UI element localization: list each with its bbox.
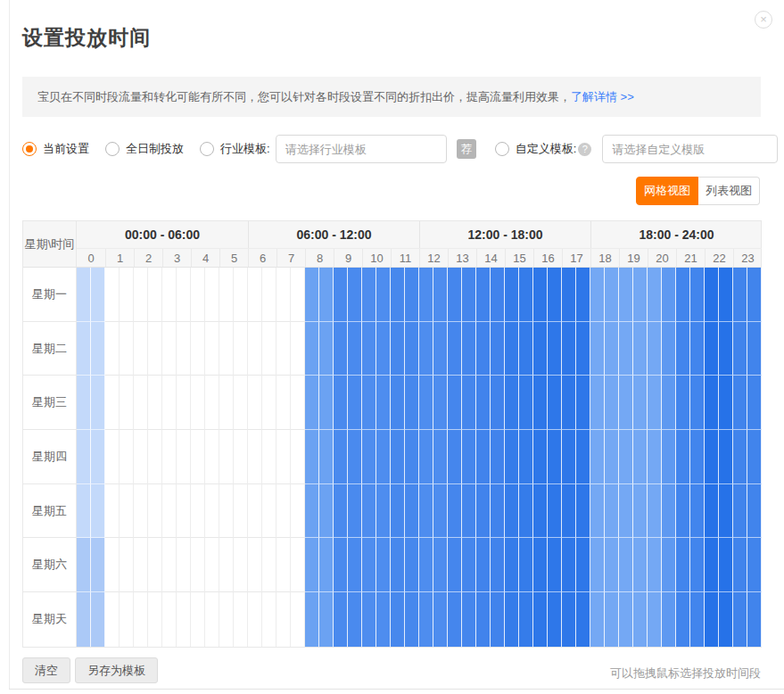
clear-button[interactable]: 清空 [22,657,70,683]
time-slot-cell[interactable] [134,322,148,376]
radio-option-custom-template[interactable]: 自定义模板: [495,141,577,157]
time-slot-cell[interactable] [433,322,448,376]
time-slot-cell[interactable] [162,592,177,647]
time-slot-cell[interactable] [205,538,219,592]
time-slot-cell[interactable] [533,430,548,484]
time-slot-cell[interactable] [177,376,191,430]
time-slot-cell[interactable] [162,430,177,484]
time-slot-cell[interactable] [134,430,148,484]
time-slot-cell[interactable] [291,268,305,322]
time-slot-cell[interactable] [91,484,105,539]
time-slot-cell[interactable] [662,268,676,322]
time-slot-cell[interactable] [662,484,676,539]
time-slot-cell[interactable] [248,268,262,322]
time-slot-cell[interactable] [719,592,733,647]
time-slot-cell[interactable] [262,430,276,484]
time-slot-cell[interactable] [162,484,177,539]
time-slot-cell[interactable] [605,322,619,376]
time-slot-cell[interactable] [276,430,291,484]
time-slot-cell[interactable] [476,268,491,322]
time-slot-cell[interactable] [162,376,177,430]
grid-view-button[interactable]: 网格视图 [636,177,698,205]
time-slot-cell[interactable] [576,484,590,539]
time-slot-cell[interactable] [120,592,134,647]
time-slot-cell[interactable] [719,322,733,376]
time-slot-cell[interactable] [505,430,519,484]
time-slot-cell[interactable] [262,322,276,376]
time-slot-cell[interactable] [590,430,605,484]
time-slot-cell[interactable] [248,592,262,647]
time-slot-cell[interactable] [747,430,762,484]
time-slot-cell[interactable] [690,430,705,484]
time-slot-cell[interactable] [376,484,391,539]
time-slot-cell[interactable] [391,484,405,539]
time-slot-cell[interactable] [633,376,648,430]
time-slot-cell[interactable] [705,484,719,539]
time-slot-cell[interactable] [676,430,690,484]
time-slot-cell[interactable] [505,376,519,430]
time-slot-cell[interactable] [191,376,205,430]
time-slot-cell[interactable] [334,484,348,539]
time-slot-cell[interactable] [148,322,162,376]
time-slot-cell[interactable] [105,484,120,539]
time-slot-cell[interactable] [633,484,648,539]
radio-option-current-settings[interactable]: 当前设置 [22,141,89,157]
time-slot-cell[interactable] [448,430,462,484]
time-slot-cell[interactable] [334,322,348,376]
time-slot-cell[interactable] [733,430,747,484]
time-slot-cell[interactable] [77,430,91,484]
time-slot-cell[interactable] [433,484,448,539]
time-slot-cell[interactable] [219,268,234,322]
time-slot-cell[interactable] [419,430,433,484]
time-slot-cell[interactable] [105,322,120,376]
time-slot-cell[interactable] [405,322,419,376]
time-slot-cell[interactable] [590,538,605,592]
time-slot-cell[interactable] [491,322,505,376]
time-slot-cell[interactable] [77,268,91,322]
time-slot-cell[interactable] [619,322,633,376]
time-slot-cell[interactable] [391,538,405,592]
time-slot-cell[interactable] [548,322,562,376]
time-slot-cell[interactable] [191,484,205,539]
time-slot-cell[interactable] [519,430,533,484]
time-slot-cell[interactable] [705,376,719,430]
time-slot-cell[interactable] [462,376,476,430]
time-slot-cell[interactable] [419,592,433,647]
time-slot-cell[interactable] [120,322,134,376]
time-slot-cell[interactable] [191,430,205,484]
time-slot-cell[interactable] [120,268,134,322]
time-slot-cell[interactable] [319,430,334,484]
time-slot-cell[interactable] [105,376,120,430]
radio-option-industry-template[interactable]: 行业模板: [200,141,270,157]
time-slot-cell[interactable] [348,430,362,484]
help-question-icon[interactable]: ? [578,143,591,156]
time-slot-cell[interactable] [91,268,105,322]
time-slot-cell[interactable] [405,376,419,430]
time-slot-cell[interactable] [590,268,605,322]
time-slot-cell[interactable] [419,376,433,430]
time-slot-cell[interactable] [433,592,448,647]
time-slot-cell[interactable] [348,376,362,430]
time-slot-cell[interactable] [391,268,405,322]
time-slot-cell[interactable] [747,592,762,647]
time-slot-cell[interactable] [348,592,362,647]
time-slot-cell[interactable] [491,592,505,647]
time-slot-cell[interactable] [491,376,505,430]
time-slot-cell[interactable] [548,268,562,322]
time-slot-cell[interactable] [276,376,291,430]
time-slot-cell[interactable] [319,322,334,376]
time-slot-cell[interactable] [662,376,676,430]
time-slot-cell[interactable] [548,538,562,592]
time-slot-cell[interactable] [91,592,105,647]
time-slot-cell[interactable] [162,268,177,322]
time-slot-cell[interactable] [219,322,234,376]
time-slot-cell[interactable] [262,484,276,539]
time-slot-cell[interactable] [533,268,548,322]
time-slot-cell[interactable] [648,538,662,592]
time-slot-cell[interactable] [234,430,248,484]
time-slot-cell[interactable] [705,430,719,484]
time-slot-cell[interactable] [690,268,705,322]
time-slot-cell[interactable] [633,322,648,376]
time-slot-cell[interactable] [105,430,120,484]
time-slot-cell[interactable] [348,484,362,539]
